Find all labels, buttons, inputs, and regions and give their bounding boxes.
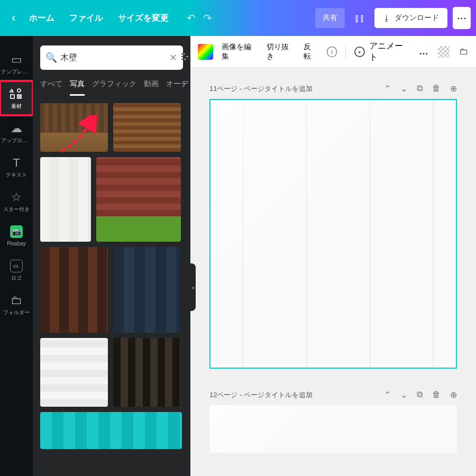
- star-icon: ☆: [11, 190, 22, 204]
- download-label: ダウンロード: [395, 13, 439, 23]
- tab-graphics[interactable]: グラフィック: [92, 79, 136, 96]
- undo-icon[interactable]: ↶: [187, 12, 196, 24]
- filter-icon[interactable]: [180, 52, 191, 64]
- crop-button[interactable]: 切り抜き: [267, 42, 296, 61]
- rail-uploads[interactable]: ☁ アップロー…: [0, 115, 33, 150]
- page-title[interactable]: 12ページ - ページタイトルを追加: [209, 390, 384, 400]
- page-block: 11ページ - ページタイトルを追加 ⌃ ⌄ ⧉ 🗑 ⊕: [209, 84, 457, 369]
- separator: [345, 44, 346, 60]
- tab-video[interactable]: 動画: [144, 79, 159, 96]
- rail-text[interactable]: T テキスト: [0, 150, 33, 184]
- clear-icon[interactable]: ✕: [169, 52, 177, 63]
- asset-tabs: すべて 写真 グラフィック 動画 オーデ ›: [33, 75, 190, 96]
- tab-all[interactable]: すべて: [40, 79, 62, 96]
- templates-icon: ▭: [11, 53, 22, 67]
- home-menu[interactable]: ホーム: [22, 13, 62, 24]
- svg-point-3: [183, 53, 185, 55]
- delete-page-icon[interactable]: 🗑: [432, 84, 441, 94]
- add-page-icon[interactable]: ⊕: [450, 84, 457, 94]
- info-icon[interactable]: i: [327, 47, 337, 57]
- animate-button[interactable]: アニメート: [354, 41, 410, 63]
- tabs-scroll-right-icon[interactable]: ›: [182, 79, 185, 88]
- more-tools-icon[interactable]: …: [419, 46, 429, 57]
- page-down-icon[interactable]: ⌄: [400, 390, 407, 400]
- download-button[interactable]: ⭳ ダウンロード: [374, 8, 447, 28]
- asset-thumbnail[interactable]: [40, 103, 108, 152]
- asset-thumbnail[interactable]: [40, 412, 182, 449]
- asset-thumbnail[interactable]: [40, 247, 108, 333]
- redo-icon[interactable]: ↷: [203, 12, 212, 24]
- svg-rect-1: [11, 95, 14, 98]
- share-button[interactable]: 共有: [315, 8, 345, 28]
- rail-elements[interactable]: 素材: [0, 81, 33, 115]
- rail-logo[interactable]: co. ロゴ: [0, 253, 33, 287]
- add-page-icon[interactable]: ⊕: [450, 390, 457, 400]
- asset-thumbnail[interactable]: [113, 103, 181, 152]
- color-swatch[interactable]: [198, 44, 213, 60]
- animate-icon: [354, 47, 365, 57]
- more-button[interactable]: ⋯: [453, 7, 471, 29]
- top-bar: ‹ ホーム ファイル サイズを変更 ↶ ↷ 共有 ⫿⫿ ⭳ ダウンロード ⋯: [0, 0, 476, 36]
- svg-point-5: [186, 56, 188, 58]
- folder-icon: 🗀: [11, 294, 22, 307]
- search-icon: 🔍: [45, 52, 57, 63]
- page-block: 12ページ - ページタイトルを追加 ⌃ ⌄ ⧉ 🗑 ⊕: [209, 390, 457, 453]
- asset-thumbnail[interactable]: [113, 247, 181, 333]
- download-icon: ⭳: [383, 14, 390, 22]
- page-up-icon[interactable]: ⌃: [384, 390, 391, 400]
- rail-starred[interactable]: ☆ スター付き: [0, 184, 33, 218]
- duplicate-page-icon[interactable]: ⧉: [417, 390, 423, 400]
- asset-grid: [33, 96, 190, 476]
- lock-icon[interactable]: 🗀: [459, 46, 469, 57]
- delete-page-icon[interactable]: 🗑: [432, 390, 441, 400]
- page-down-icon[interactable]: ⌄: [400, 84, 407, 94]
- animate-label: アニメート: [369, 41, 410, 63]
- asset-thumbnail[interactable]: [40, 338, 108, 407]
- asset-thumbnail[interactable]: [113, 338, 181, 407]
- search-input[interactable]: [60, 53, 166, 62]
- collapse-panel-icon[interactable]: ◂: [189, 263, 196, 311]
- analytics-icon[interactable]: ⫿⫿: [350, 12, 369, 24]
- rail-templates[interactable]: ▭ テンプレー…: [0, 47, 33, 81]
- flip-button[interactable]: 反転: [304, 42, 318, 61]
- search-box: 🔍 ✕: [40, 45, 183, 70]
- asset-thumbnail[interactable]: [96, 157, 181, 242]
- pixabay-icon: 📷: [10, 225, 23, 239]
- side-rail: ▭ テンプレー… 素材 ☁ アップロー… T テキスト ☆ スター付き 📷 Pi…: [0, 36, 33, 476]
- elements-panel: 🔍 ✕ すべて 写真 グラフィック 動画 オーデ ›: [33, 36, 190, 476]
- pages-scroll[interactable]: 11ページ - ページタイトルを追加 ⌃ ⌄ ⧉ 🗑 ⊕ 12ページ - ページ…: [190, 68, 476, 476]
- edit-image-button[interactable]: 画像を編集: [222, 42, 258, 61]
- svg-point-0: [17, 89, 21, 92]
- page-title[interactable]: 11ページ - ページタイトルを追加: [209, 84, 384, 94]
- duplicate-page-icon[interactable]: ⧉: [417, 84, 423, 94]
- rail-pixabay[interactable]: 📷 Pixabay: [0, 218, 33, 253]
- page-canvas[interactable]: [209, 405, 457, 453]
- asset-thumbnail[interactable]: [40, 157, 91, 242]
- svg-point-7: [184, 58, 186, 60]
- page-canvas[interactable]: [209, 99, 457, 369]
- page-up-icon[interactable]: ⌃: [384, 84, 391, 94]
- editor-toolbar: 画像を編集 切り抜き 反転 i アニメート … 🗀: [190, 36, 476, 68]
- tab-photos[interactable]: 写真: [70, 79, 85, 96]
- rail-folder[interactable]: 🗀 フォルダー: [0, 287, 33, 322]
- upload-icon: ☁: [11, 122, 22, 135]
- logo-icon: co.: [10, 259, 23, 273]
- back-icon[interactable]: ‹: [5, 11, 22, 25]
- resize-menu[interactable]: サイズを変更: [111, 13, 176, 24]
- canvas-area: 画像を編集 切り抜き 反転 i アニメート … 🗀 11ページ - ページタイト…: [190, 36, 476, 476]
- transparency-icon[interactable]: [438, 46, 450, 58]
- file-menu[interactable]: ファイル: [62, 13, 111, 24]
- text-icon: T: [13, 156, 20, 170]
- elements-icon: [10, 87, 23, 101]
